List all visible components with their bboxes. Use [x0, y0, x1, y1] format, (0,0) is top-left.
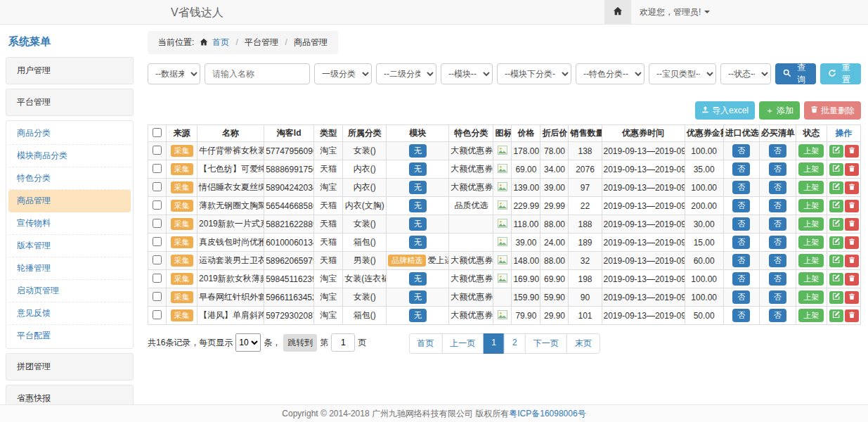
delete-button[interactable]	[845, 145, 859, 158]
page-prev[interactable]: 上一页	[441, 333, 484, 354]
page-1[interactable]: 1	[483, 333, 505, 354]
module-select[interactable]: --模块--	[441, 63, 493, 84]
row-checkbox[interactable]	[153, 182, 162, 191]
status-select[interactable]: --状态--	[720, 63, 771, 84]
sidebar-item-9[interactable]: 启动页管理	[8, 280, 131, 302]
sidebar-item-3[interactable]: 模块商品分类	[8, 145, 131, 167]
must-buy-toggle[interactable]: 否	[769, 144, 786, 158]
sidebar-item-7[interactable]: 版本管理	[8, 235, 131, 257]
status-badge[interactable]: 上架	[798, 272, 824, 286]
must-buy-toggle[interactable]: 否	[769, 181, 786, 194]
reset-button[interactable]: 重置	[820, 63, 861, 84]
imported-toggle[interactable]: 否	[732, 199, 750, 212]
must-buy-toggle[interactable]: 否	[769, 236, 786, 249]
edit-button[interactable]	[829, 145, 843, 158]
page-first[interactable]: 首页	[408, 333, 442, 354]
row-checkbox[interactable]	[153, 219, 162, 228]
module-subcategory-select[interactable]: --模块下分类--	[497, 63, 571, 84]
row-checkbox[interactable]	[153, 292, 162, 301]
must-buy-toggle[interactable]: 否	[769, 162, 786, 176]
delete-button[interactable]	[845, 255, 859, 267]
sidebar-item-2[interactable]: 商品分类	[8, 122, 131, 145]
status-badge[interactable]: 上架	[798, 254, 824, 267]
level2-category-select[interactable]: --二级分类--	[376, 63, 436, 84]
data-source-select[interactable]: --数据来源--	[148, 63, 200, 84]
row-checkbox[interactable]	[153, 274, 162, 283]
must-buy-toggle[interactable]: 否	[769, 272, 786, 286]
edit-button[interactable]	[829, 309, 843, 322]
import-excel-button[interactable]: 导入excel	[695, 101, 755, 120]
edit-button[interactable]	[829, 163, 843, 176]
per-page-select[interactable]: 10	[235, 333, 261, 352]
must-buy-toggle[interactable]: 否	[769, 217, 786, 231]
imported-toggle[interactable]: 否	[732, 309, 750, 322]
user-menu[interactable]: 欢迎您，管理员!	[631, 0, 718, 24]
batch-delete-button[interactable]: 批量删除	[804, 101, 861, 120]
status-badge[interactable]: 上架	[798, 236, 824, 249]
delete-button[interactable]	[845, 291, 859, 304]
must-buy-toggle[interactable]: 否	[769, 199, 786, 212]
status-badge[interactable]: 上架	[798, 181, 824, 194]
page-2[interactable]: 2	[504, 333, 526, 354]
edit-button[interactable]	[829, 273, 843, 286]
sidebar-item-11[interactable]: 平台配置	[8, 325, 131, 347]
imported-toggle[interactable]: 否	[732, 272, 750, 286]
status-badge[interactable]: 上架	[798, 217, 824, 231]
sidebar-section-0[interactable]: 用户管理	[6, 57, 134, 84]
imported-toggle[interactable]: 否	[732, 254, 750, 267]
product-name-input[interactable]	[205, 63, 310, 84]
item-type-select[interactable]: --宝贝类型--	[649, 63, 716, 84]
status-badge[interactable]: 上架	[798, 309, 824, 322]
row-checkbox[interactable]	[153, 255, 162, 264]
edit-button[interactable]	[829, 218, 843, 231]
icp-link[interactable]: 粤ICP备16098006号	[509, 408, 585, 420]
must-buy-toggle[interactable]: 否	[769, 290, 786, 304]
row-checkbox[interactable]	[153, 200, 162, 210]
sidebar-item-5[interactable]: 商品管理	[8, 190, 131, 212]
sidebar-item-8[interactable]: 轮播管理	[8, 257, 131, 280]
status-badge[interactable]: 上架	[798, 199, 824, 212]
sidebar-item-6[interactable]: 宣传物料	[8, 212, 131, 235]
imported-toggle[interactable]: 否	[732, 236, 750, 249]
edit-button[interactable]	[829, 181, 843, 194]
status-badge[interactable]: 上架	[798, 144, 824, 158]
delete-button[interactable]	[845, 273, 859, 286]
delete-button[interactable]	[845, 236, 859, 249]
select-all-checkbox[interactable]	[153, 128, 162, 137]
feature-category-select[interactable]: --特色分类--	[576, 63, 644, 84]
sidebar-item-10[interactable]: 意见反馈	[8, 302, 131, 325]
jump-to-button[interactable]: 跳转到	[283, 334, 317, 352]
row-checkbox[interactable]	[153, 310, 162, 319]
delete-button[interactable]	[845, 200, 859, 212]
breadcrumb-home-link[interactable]: 首页	[212, 37, 229, 47]
edit-button[interactable]	[829, 236, 843, 249]
imported-toggle[interactable]: 否	[732, 217, 750, 231]
delete-button[interactable]	[845, 218, 859, 231]
row-checkbox[interactable]	[153, 146, 162, 155]
level1-category-select[interactable]: 一级分类	[314, 63, 372, 84]
status-badge[interactable]: 上架	[798, 162, 824, 176]
edit-button[interactable]	[829, 255, 843, 267]
row-checkbox[interactable]	[153, 237, 162, 246]
page-number-input[interactable]	[331, 333, 355, 352]
sidebar-section-1[interactable]: 平台管理	[6, 89, 134, 116]
sidebar-section-12[interactable]: 拼团管理	[6, 353, 134, 381]
imported-toggle[interactable]: 否	[732, 181, 750, 194]
must-buy-toggle[interactable]: 否	[769, 254, 786, 267]
imported-toggle[interactable]: 否	[732, 144, 750, 158]
imported-toggle[interactable]: 否	[732, 290, 750, 304]
add-button[interactable]: ＋ 添加	[759, 101, 800, 120]
row-checkbox[interactable]	[153, 164, 162, 173]
page-last[interactable]: 末页	[566, 333, 600, 354]
edit-button[interactable]	[829, 291, 843, 304]
edit-button[interactable]	[829, 200, 843, 212]
sidebar-item-4[interactable]: 特色分类	[8, 167, 131, 190]
search-button[interactable]: 查询	[775, 63, 816, 84]
must-buy-toggle[interactable]: 否	[769, 309, 786, 322]
page-next[interactable]: 下一页	[525, 333, 567, 354]
delete-button[interactable]	[845, 309, 859, 322]
imported-toggle[interactable]: 否	[732, 162, 750, 176]
status-badge[interactable]: 上架	[798, 290, 824, 304]
home-button[interactable]	[604, 0, 631, 24]
delete-button[interactable]	[845, 163, 859, 176]
